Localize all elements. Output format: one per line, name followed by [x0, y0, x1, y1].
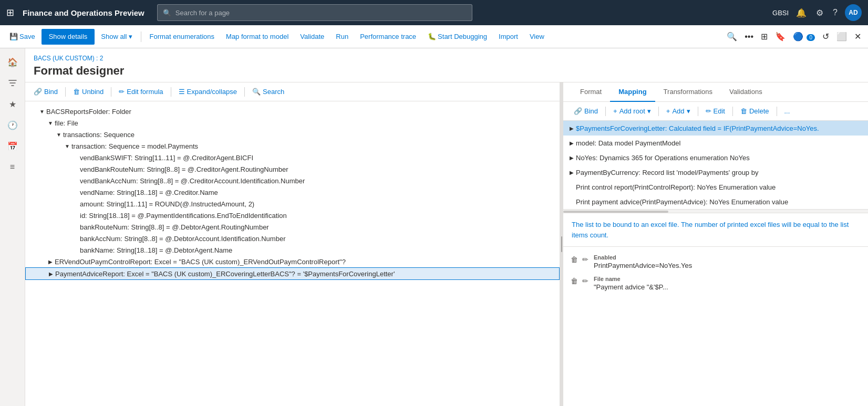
toolbar-grid-icon[interactable]: ⊞ [758, 29, 770, 44]
performance-trace-button[interactable]: Performance trace [355, 29, 421, 45]
map-format-to-model-button[interactable]: Map format to model [221, 29, 294, 45]
toolbar-badge-icon[interactable]: 🔵 0 [790, 29, 818, 44]
notification-icon[interactable]: 🔔 [794, 6, 809, 20]
chevron-down-icon: ▾ [129, 33, 132, 40]
nav-right: GBSI 🔔 ⚙ ? AD [772, 4, 862, 21]
user-avatar[interactable]: AD [845, 4, 862, 21]
save-icon: 💾 [9, 33, 18, 40]
run-button[interactable]: Run [330, 29, 354, 45]
toolbar-fullscreen-icon[interactable]: ⬜ [834, 29, 850, 44]
toolbar-close-icon[interactable]: ✕ [852, 29, 864, 44]
search-icon: 🔍 [163, 9, 171, 17]
validate-button[interactable]: Validate [295, 29, 329, 45]
app-title: Finance and Operations Preview [23, 8, 144, 17]
top-nav-bar: ⊞ Finance and Operations Preview 🔍 GBSI … [0, 0, 868, 25]
toolbar-refresh-icon[interactable]: ↺ [820, 29, 832, 44]
show-details-button[interactable]: Show details [42, 29, 95, 45]
show-all-label: Show all [101, 33, 127, 40]
import-button[interactable]: Import [493, 29, 523, 45]
toolbar-right: 🔍 ••• ⊞ 🔖 🔵 0 ↺ ⬜ ✕ [724, 29, 864, 44]
settings-icon[interactable]: ⚙ [814, 6, 825, 20]
save-label: Save [19, 33, 35, 40]
toolbar-bookmark-icon[interactable]: 🔖 [772, 29, 788, 44]
debug-icon: 🐛 [428, 33, 436, 40]
show-all-button[interactable]: Show all ▾ [96, 29, 137, 45]
global-search-input[interactable] [175, 9, 467, 17]
toolbar-more-icon[interactable]: ••• [742, 29, 756, 44]
main-toolbar: 💾 Save Show details Show all ▾ Format en… [0, 25, 868, 48]
view-button[interactable]: View [524, 29, 550, 45]
format-enumerations-button[interactable]: Format enumerations [144, 29, 220, 45]
waffle-icon[interactable]: ⊞ [6, 7, 14, 18]
start-debugging-button[interactable]: 🐛 Start Debugging [422, 29, 492, 45]
help-icon[interactable]: ? [831, 6, 840, 19]
toolbar-search-icon[interactable]: 🔍 [724, 29, 740, 44]
global-search-box[interactable]: 🔍 [157, 4, 472, 21]
user-code: GBSI [772, 9, 789, 17]
save-button[interactable]: 💾 Save [4, 29, 40, 45]
